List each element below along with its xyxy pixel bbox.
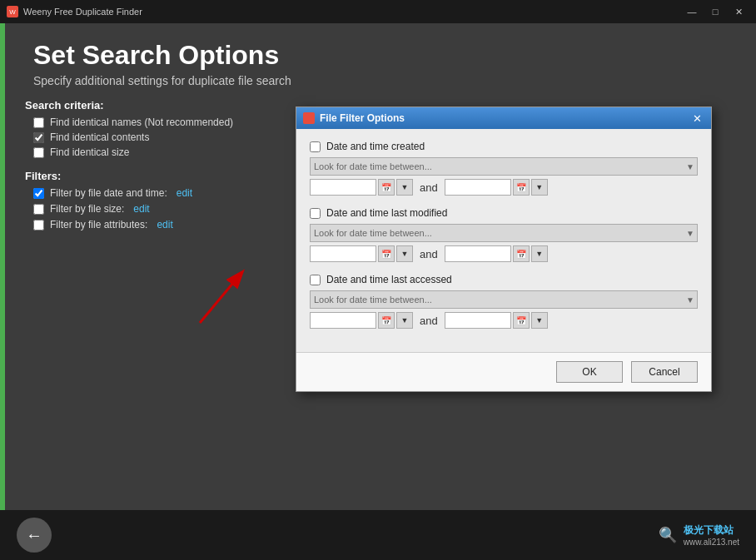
checkbox-contents-label: Find identical contents (50, 131, 149, 143)
date-created-to-cal-button[interactable]: 📅 (513, 179, 530, 196)
date-modified-dropdown[interactable]: Look for date time between... (310, 224, 698, 242)
logo-icon: 🔍 (659, 526, 677, 544)
date-accessed-to-cal-button[interactable]: 📅 (513, 312, 530, 329)
ok-button[interactable]: OK (556, 361, 623, 383)
date-accessed-section: Date and time last accessed Look for dat… (310, 274, 698, 329)
minimize-button[interactable]: — (681, 3, 703, 20)
date-created-label: Date and time created (326, 141, 425, 152)
date-modified-to-dropdown-button[interactable]: ▼ (531, 245, 548, 262)
date-modified-from-cal-button[interactable]: 📅 (378, 245, 395, 262)
svg-line-1 (200, 273, 241, 323)
file-filter-dialog: File Filter Options ✕ Date and time crea… (296, 107, 712, 392)
date-accessed-to-input[interactable]: 2024/ 1/19 (445, 312, 511, 329)
date-created-and-text: and (420, 181, 438, 194)
checkbox-size-input[interactable] (33, 147, 44, 158)
date-modified-header: Date and time last modified (310, 207, 698, 219)
title-bar-left: W Weeny Free Duplicate Finder (7, 6, 142, 17)
dialog-title-left: File Filter Options (303, 112, 405, 124)
dialog-close-button[interactable]: ✕ (689, 111, 704, 126)
dialog-title-text: File Filter Options (320, 112, 405, 124)
page-title: Set Search Options (33, 40, 731, 71)
filter-attr-edit[interactable]: edit (157, 219, 172, 230)
date-created-section: Date and time created Look for date time… (310, 141, 698, 196)
date-created-to: 2024/ 1/19 📅 ▼ (445, 179, 548, 196)
accent-bar (0, 23, 5, 510)
logo-sub: www.ali213.net (684, 538, 739, 547)
date-accessed-to-dropdown-button[interactable]: ▼ (531, 312, 548, 329)
date-accessed-header: Date and time last accessed (310, 274, 698, 285)
date-created-to-dropdown-button[interactable]: ▼ (531, 179, 548, 196)
title-bar: W Weeny Free Duplicate Finder — □ ✕ (0, 0, 756, 23)
date-accessed-and-text: and (420, 315, 438, 327)
date-created-row: 2024/ 1/19 📅 ▼ and 2024/ 1/19 📅 ▼ (310, 179, 698, 196)
date-created-from-input[interactable]: 2024/ 1/19 (310, 179, 376, 196)
date-created-header: Date and time created (310, 141, 698, 152)
date-created-dropdown[interactable]: Look for date time between... (310, 157, 698, 176)
maximize-button[interactable]: □ (704, 3, 726, 20)
filter-date-edit[interactable]: edit (177, 187, 192, 199)
date-accessed-dropdown-wrapper: Look for date time between... ▼ (310, 290, 698, 309)
date-accessed-from: 2024/ 1/19 📅 ▼ (310, 312, 413, 329)
checkbox-size-label: Find identical size (50, 146, 129, 158)
dialog-body: Date and time created Look for date time… (296, 129, 711, 352)
date-created-from-cal-button[interactable]: 📅 (378, 179, 395, 196)
close-button[interactable]: ✕ (728, 3, 749, 20)
bottom-logo: 🔍 极光下载站 www.ali213.net (659, 523, 739, 547)
date-modified-row: 2024/ 1/19 📅 ▼ and 2024/ 1/19 📅 ▼ (310, 245, 698, 262)
filter-size-edit[interactable]: edit (133, 203, 149, 215)
date-accessed-dropdown[interactable]: Look for date time between... (310, 290, 698, 309)
filter-attr-label: Filter by file attributes: (50, 219, 147, 230)
date-accessed-from-cal-button[interactable]: 📅 (378, 312, 395, 329)
window-title: Weeny Free Duplicate Finder (23, 7, 142, 17)
filter-attr-checkbox[interactable] (33, 220, 44, 230)
date-accessed-label: Date and time last accessed (326, 274, 452, 285)
filter-size-checkbox[interactable] (33, 204, 44, 215)
date-accessed-row: 2024/ 1/19 📅 ▼ and 2024/ 1/19 📅 ▼ (310, 312, 698, 329)
date-modified-label: Date and time last modified (326, 207, 447, 219)
date-modified-dropdown-wrapper: Look for date time between... ▼ (310, 224, 698, 242)
page-subtitle: Specify additional settings for duplicat… (33, 74, 731, 87)
checkbox-contents-input[interactable] (33, 132, 44, 143)
date-modified-from: 2024/ 1/19 📅 ▼ (310, 245, 413, 262)
logo-text: 极光下载站 (684, 523, 739, 538)
date-modified-from-dropdown-button[interactable]: ▼ (396, 245, 413, 262)
date-created-checkbox[interactable] (310, 141, 321, 152)
date-modified-checkbox[interactable] (310, 208, 321, 219)
date-created-from-dropdown-button[interactable]: ▼ (396, 179, 413, 196)
filter-date-label: Filter by file date and time: (50, 187, 167, 199)
back-button[interactable]: ← (17, 518, 52, 553)
dialog-footer: OK Cancel (296, 352, 711, 391)
date-accessed-from-input[interactable]: 2024/ 1/19 (310, 312, 376, 329)
date-modified-section: Date and time last modified Look for dat… (310, 207, 698, 262)
cancel-button[interactable]: Cancel (631, 361, 698, 383)
filter-size-label: Filter by file size: (50, 203, 124, 215)
bottom-bar: ← 🔍 极光下载站 www.ali213.net (0, 510, 756, 560)
date-created-to-input[interactable]: 2024/ 1/19 (445, 179, 511, 196)
date-modified-to-input[interactable]: 2024/ 1/19 (445, 245, 511, 262)
date-accessed-from-dropdown-button[interactable]: ▼ (396, 312, 413, 329)
filter-date-checkbox[interactable] (33, 188, 44, 199)
date-modified-to-cal-button[interactable]: 📅 (513, 245, 530, 262)
checkbox-names-label: Find identical names (Not recommended) (50, 116, 233, 128)
date-modified-to: 2024/ 1/19 📅 ▼ (445, 245, 548, 262)
main-content: Set Search Options Specify additional se… (0, 23, 756, 510)
date-modified-from-input[interactable]: 2024/ 1/19 (310, 245, 376, 262)
window-controls: — □ ✕ (681, 3, 749, 20)
date-created-dropdown-wrapper: Look for date time between... ▼ (310, 157, 698, 176)
dialog-titlebar: File Filter Options ✕ (296, 107, 711, 129)
dialog-title-icon (303, 112, 315, 124)
app-icon: W (7, 6, 18, 17)
date-accessed-to: 2024/ 1/19 📅 ▼ (445, 312, 548, 329)
checkbox-names-input[interactable] (33, 117, 44, 128)
date-created-from: 2024/ 1/19 📅 ▼ (310, 179, 413, 196)
date-modified-and-text: and (420, 248, 438, 260)
date-accessed-checkbox[interactable] (310, 275, 321, 285)
